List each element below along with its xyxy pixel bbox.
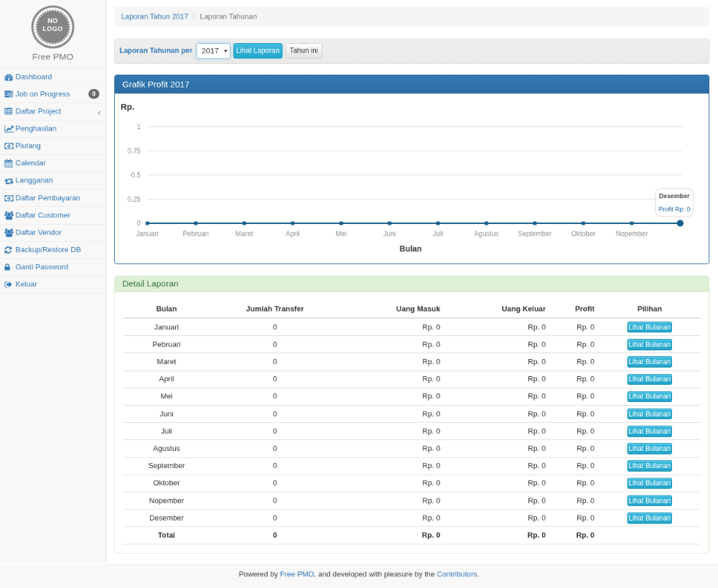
svg-text:Maret: Maret — [236, 230, 253, 238]
svg-text:September: September — [518, 230, 552, 238]
svg-text:0.5: 0.5 — [131, 171, 141, 179]
svg-text:Juni: Juni — [383, 230, 396, 238]
svg-text:1: 1 — [137, 123, 141, 131]
svg-text:Nopember: Nopember — [616, 230, 649, 238]
svg-text:Juli: Juli — [433, 230, 443, 238]
svg-text:April: April — [286, 230, 299, 238]
svg-text:Oktober: Oktober — [571, 230, 596, 238]
svg-text:0.25: 0.25 — [127, 195, 141, 203]
svg-text:LOGO: LOGO — [42, 25, 62, 32]
svg-text:0: 0 — [137, 220, 141, 228]
svg-text:Pebruari: Pebruari — [183, 230, 209, 238]
svg-text:NO: NO — [47, 17, 57, 24]
svg-text:0.75: 0.75 — [127, 147, 141, 155]
svg-text:Mei: Mei — [335, 230, 346, 238]
svg-text:Bulan: Bulan — [399, 245, 421, 253]
svg-text:Januari: Januari — [136, 230, 158, 238]
svg-text:Rp.: Rp. — [121, 102, 134, 112]
svg-text:Agustus: Agustus — [474, 230, 499, 238]
